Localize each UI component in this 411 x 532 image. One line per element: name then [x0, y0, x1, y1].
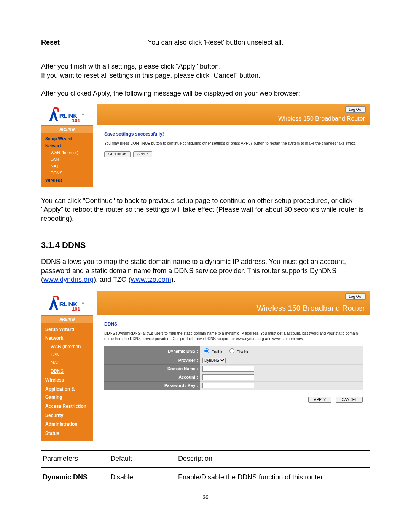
field-label-account: Account :: [104, 373, 200, 381]
field-label-domain-name: Domain Name :: [104, 364, 200, 373]
apply-instruction-2: If you want to reset all settings in thi…: [41, 71, 370, 80]
dyndns-link[interactable]: www.dyndns.org: [43, 276, 94, 283]
col-parameters: Parameters: [41, 451, 109, 467]
model-label: AR570W: [41, 125, 93, 133]
router-save-success-panel: IRLINK 101 Log Out Wireless 150 Broadban…: [41, 104, 370, 187]
col-description: Description: [177, 451, 370, 467]
save-success-heading: Save settings successfully!: [104, 131, 363, 137]
nav-status[interactable]: Status: [45, 430, 93, 438]
ddns-msg: DDNS (DynamicDNS) allows users to map th…: [104, 331, 363, 342]
nav-ddns[interactable]: DDNS: [45, 367, 93, 376]
radio-disable-text: Disable: [237, 350, 249, 354]
reset-label: Reset: [41, 38, 148, 47]
apply-button[interactable]: APPLY: [308, 397, 332, 403]
nav-wan[interactable]: WAN (Internet): [45, 343, 93, 351]
field-label-password: Password / Key :: [104, 381, 200, 390]
nav-wireless[interactable]: Wireless: [45, 376, 93, 385]
nav-lan[interactable]: LAN: [45, 351, 93, 359]
parameters-table: Parameters Default Description Dynamic D…: [41, 450, 370, 484]
nav-setup-wizard[interactable]: Setup Wizard: [45, 326, 93, 334]
page-number: 36: [41, 494, 370, 501]
nav-ddns[interactable]: DDNS: [45, 170, 93, 177]
svg-text:101: 101: [72, 118, 80, 123]
tzo-link[interactable]: www.tzo.com: [131, 276, 171, 283]
apply-message-intro: After you clicked Apply, the following m…: [41, 89, 370, 98]
nav-setup-wizard[interactable]: Setup Wizard: [45, 136, 93, 142]
nav-administration[interactable]: Administration: [45, 420, 93, 429]
reset-desc: You can also click 'Reset' button unsele…: [148, 38, 283, 47]
ddns-heading: DDNS: [104, 321, 363, 328]
nav-wan[interactable]: WAN (Internet): [45, 150, 93, 157]
svg-text:101: 101: [72, 306, 80, 312]
account-input[interactable]: [202, 374, 254, 380]
radio-disable-label[interactable]: Disable: [228, 350, 249, 354]
router-ddns-panel: IRLINK 101 Log Out Wireless 150 Broadban…: [41, 291, 370, 441]
nav-nat[interactable]: NAT: [45, 163, 93, 170]
section-heading-ddns: 3.1.4 DDNS: [41, 240, 370, 251]
col-default: Default: [109, 451, 177, 467]
svg-point-5: [82, 302, 84, 304]
radio-enable-label[interactable]: Enable: [202, 350, 223, 354]
banner-title: Wireless 150 Broadband Router: [278, 115, 365, 123]
radio-disable[interactable]: [229, 348, 234, 353]
param-default: Disable: [109, 467, 177, 484]
ddns-intro-post: ).: [171, 276, 175, 283]
svg-point-2: [82, 114, 84, 115]
apply-button[interactable]: APPLY: [133, 151, 152, 157]
logout-button[interactable]: Log Out: [345, 106, 366, 113]
param-name: Dynamic DNS: [41, 467, 109, 484]
radio-enable-text: Enable: [212, 350, 223, 354]
banner-title: Wireless 150 Broadband Router: [256, 303, 365, 313]
nav-network[interactable]: Network: [45, 143, 93, 150]
provider-select[interactable]: DynDNS: [202, 358, 226, 363]
password-input[interactable]: [202, 383, 254, 388]
model-label: AR570W: [41, 315, 93, 323]
ddns-intro-mid: ), and TZO (: [94, 276, 131, 283]
field-label-provider: Provider :: [104, 356, 200, 364]
field-label-dynamic-dns: Dynamic DNS :: [104, 346, 200, 356]
save-success-msg: You may press CONTINUE button to continu…: [104, 141, 363, 146]
domain-name-input[interactable]: [202, 366, 254, 372]
airlink-logo: IRLINK 101: [41, 291, 97, 315]
continue-button[interactable]: CONTINUE: [104, 151, 131, 157]
logout-button[interactable]: Log Out: [345, 293, 366, 300]
nav-access-restriction[interactable]: Access Restriction: [45, 403, 93, 411]
nav-security[interactable]: Security: [45, 412, 93, 420]
nav-network[interactable]: Network: [45, 334, 93, 343]
ddns-intro: DDNS allows you to map the static domain…: [41, 257, 370, 284]
apply-instruction-1: After you finish with all settings, plea…: [41, 62, 370, 71]
param-desc: Enable/Disable the DDNS function of this…: [177, 467, 370, 484]
nav-wireless[interactable]: Wireless: [45, 177, 93, 184]
nav-nat[interactable]: NAT: [45, 359, 93, 367]
nav-lan[interactable]: LAN: [45, 156, 93, 163]
cancel-button[interactable]: CANCEL: [336, 397, 363, 403]
nav-app-gaming[interactable]: Application & Gaming: [45, 385, 93, 402]
radio-enable[interactable]: [204, 348, 209, 353]
continue-apply-explain: You can click "Continue" to back to prev…: [41, 197, 370, 223]
airlink-logo: IRLINK 101: [41, 104, 97, 125]
